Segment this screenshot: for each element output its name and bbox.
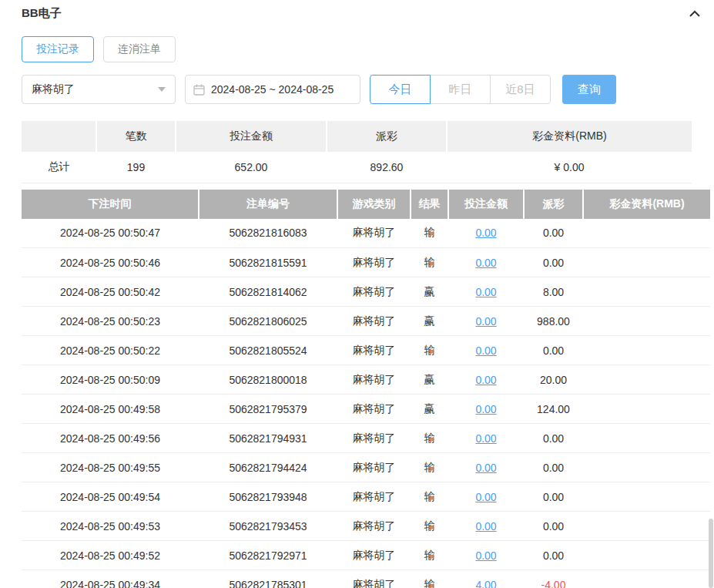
table-row: 2024-08-25 00:49:34 5062821785301 麻将胡了 输… (22, 570, 710, 588)
cell-bet-amount-wrap: 0.00 (448, 424, 524, 453)
scrollbar[interactable] (709, 519, 713, 588)
bet-amount-link[interactable]: 0.00 (475, 549, 496, 562)
cell-game-type: 麻将胡了 (337, 541, 411, 570)
cell-bonus (583, 541, 710, 570)
cell-order-id: 5062821815591 (199, 248, 337, 277)
page-title: BB电子 (22, 6, 62, 21)
cell-result: 输 (411, 512, 448, 541)
summary-table: 笔数 投注金额 派彩 彩金资料(RMB) 总计 199 652.00 892.6… (22, 121, 692, 183)
cell-bonus (583, 424, 710, 453)
bet-amount-link[interactable]: 0.00 (475, 286, 496, 298)
cell-game-type: 麻将胡了 (337, 277, 411, 307)
table-row: 2024-08-25 00:50:22 5062821805524 麻将胡了 输… (22, 336, 710, 365)
cell-payout: 0.00 (524, 512, 583, 541)
summary-count-value: 199 (96, 152, 176, 183)
bet-amount-link[interactable]: 0.00 (475, 491, 496, 503)
cell-game-type: 麻将胡了 (337, 336, 411, 365)
cell-result: 输 (411, 336, 448, 365)
quick-button-yesterday[interactable]: 昨日 (430, 75, 491, 104)
cell-bet-amount-wrap: 0.00 (448, 336, 524, 365)
summary-header-payout: 派彩 (327, 121, 447, 152)
cell-game-type: 麻将胡了 (337, 365, 411, 395)
bet-amount-link[interactable]: 0.00 (475, 227, 496, 239)
bet-amount-link[interactable]: 4.00 (475, 579, 496, 588)
records-header-bet-time: 下注时间 (22, 190, 199, 219)
cell-bet-time: 2024-08-25 00:50:47 (22, 219, 199, 248)
cell-order-id: 5062821795379 (199, 395, 337, 424)
chevron-up-icon (689, 9, 701, 18)
table-row: 2024-08-25 00:50:46 5062821815591 麻将胡了 输… (22, 248, 710, 277)
cell-bet-time: 2024-08-25 00:50:09 (22, 365, 199, 395)
cell-bet-time: 2024-08-25 00:49:54 (22, 482, 199, 512)
bet-amount-link[interactable]: 0.00 (475, 432, 496, 445)
summary-bonus-value: ¥ 0.00 (447, 152, 692, 183)
calendar-icon (193, 84, 205, 96)
game-select[interactable]: 麻将胡了 (22, 75, 176, 104)
summary-bet-amount-value: 652.00 (176, 152, 327, 183)
bet-amount-link[interactable]: 0.00 (475, 462, 496, 474)
cell-game-type: 麻将胡了 (337, 482, 411, 512)
bet-amount-link[interactable]: 0.00 (475, 403, 496, 415)
chevron-down-icon (158, 87, 166, 92)
date-range-input[interactable]: 2024-08-25 ~ 2024-08-25 (185, 75, 360, 104)
tab-cancelled-orders[interactable]: 连消注单 (103, 36, 176, 62)
summary-header-empty (22, 121, 96, 152)
cell-payout: 0.00 (524, 219, 583, 248)
table-row: 2024-08-25 00:50:47 5062821816083 麻将胡了 输… (22, 219, 710, 248)
summary-header-bonus: 彩金资料(RMB) (447, 121, 692, 152)
cell-order-id: 5062821814062 (199, 277, 337, 307)
table-row: 2024-08-25 00:50:42 5062821814062 麻将胡了 赢… (22, 277, 710, 307)
summary-payout-value: 892.60 (327, 152, 447, 183)
cell-bet-amount-wrap: 0.00 (448, 453, 524, 482)
cell-result: 输 (411, 424, 448, 453)
cell-payout: 0.00 (524, 424, 583, 453)
table-row: 2024-08-25 00:49:53 5062821793453 麻将胡了 输… (22, 512, 710, 541)
cell-bet-amount-wrap: 0.00 (448, 512, 524, 541)
summary-header-bet-amount: 投注金额 (176, 121, 327, 152)
query-button[interactable]: 查询 (562, 75, 616, 104)
cell-order-id: 5062821800018 (199, 365, 337, 395)
table-row: 2024-08-25 00:49:52 5062821792971 麻将胡了 输… (22, 541, 710, 570)
tab-bet-records[interactable]: 投注记录 (22, 36, 94, 62)
collapse-button[interactable] (687, 8, 702, 20)
cell-payout: -4.00 (524, 570, 583, 588)
cell-bet-amount-wrap: 0.00 (448, 365, 524, 395)
cell-bet-time: 2024-08-25 00:49:56 (22, 424, 199, 453)
cell-bet-amount-wrap: 0.00 (448, 395, 524, 424)
cell-payout: 20.00 (524, 365, 583, 395)
cell-game-type: 麻将胡了 (337, 307, 411, 336)
record-tabs: 投注记录 连消注单 (22, 36, 714, 62)
table-row: 2024-08-25 00:49:55 5062821794424 麻将胡了 输… (22, 453, 710, 482)
records-body: 2024-08-25 00:50:47 5062821816083 麻将胡了 输… (22, 219, 710, 588)
cell-bonus (583, 453, 710, 482)
bet-amount-link[interactable]: 0.00 (475, 374, 496, 386)
records-header-result: 结果 (411, 190, 448, 219)
summary-total-label: 总计 (22, 152, 96, 183)
table-row: 2024-08-25 00:49:56 5062821794931 麻将胡了 输… (22, 424, 710, 453)
cell-payout: 0.00 (524, 453, 583, 482)
bet-amount-link[interactable]: 0.00 (475, 315, 496, 328)
cell-game-type: 麻将胡了 (337, 570, 411, 588)
bet-amount-link[interactable]: 0.00 (475, 257, 496, 269)
quick-button-today[interactable]: 今日 (370, 75, 431, 104)
cell-bet-amount-wrap: 0.00 (448, 482, 524, 512)
cell-order-id: 5062821794931 (199, 424, 337, 453)
bet-amount-link[interactable]: 0.00 (475, 520, 496, 533)
table-row: 2024-08-25 00:50:23 5062821806025 麻将胡了 赢… (22, 307, 710, 336)
bet-amount-link[interactable]: 0.00 (475, 344, 496, 357)
quick-button-last-8-days[interactable]: 近8日 (490, 75, 551, 104)
cell-order-id: 5062821785301 (199, 570, 337, 588)
cell-bonus (583, 570, 710, 588)
cell-bonus (583, 248, 710, 277)
cell-result: 输 (411, 219, 448, 248)
cell-result: 赢 (411, 307, 448, 336)
cell-bet-time: 2024-08-25 00:49:55 (22, 453, 199, 482)
summary-total-row: 总计 199 652.00 892.60 ¥ 0.00 (22, 152, 692, 183)
records-header-row: 下注时间 注单编号 游戏类别 结果 投注金额 派彩 彩金资料(RMB) (22, 190, 710, 219)
cell-result: 输 (411, 541, 448, 570)
cell-order-id: 5062821816083 (199, 219, 337, 248)
cell-bet-time: 2024-08-25 00:49:52 (22, 541, 199, 570)
cell-payout: 8.00 (524, 277, 583, 307)
records-header-game-type: 游戏类别 (337, 190, 411, 219)
table-row: 2024-08-25 00:50:09 5062821800018 麻将胡了 赢… (22, 365, 710, 395)
